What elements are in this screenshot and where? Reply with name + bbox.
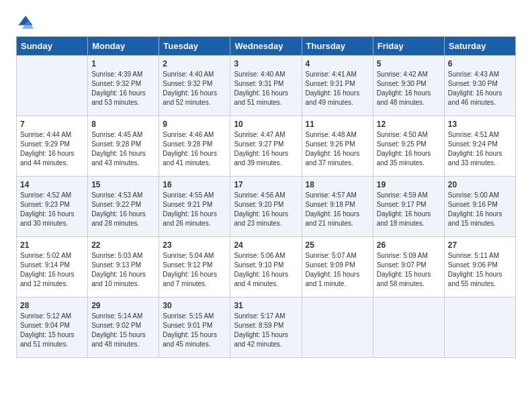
day-info: Sunrise: 4:45 AM Sunset: 9:28 PM Dayligh… [91, 130, 155, 168]
calendar-week-5: 28Sunrise: 5:12 AM Sunset: 9:04 PM Dayli… [17, 298, 516, 358]
calendar-header-row: SundayMondayTuesdayWednesdayThursdayFrid… [17, 37, 516, 56]
calendar-cell [444, 298, 515, 358]
day-info: Sunrise: 4:53 AM Sunset: 9:22 PM Dayligh… [91, 191, 155, 228]
calendar-cell: 25Sunrise: 5:07 AM Sunset: 9:09 PM Dayli… [302, 237, 373, 298]
day-info: Sunrise: 5:14 AM Sunset: 9:02 PM Dayligh… [91, 312, 155, 349]
day-number: 8 [91, 120, 155, 129]
day-header-monday: Monday [88, 37, 159, 56]
day-info: Sunrise: 4:47 AM Sunset: 9:27 PM Dayligh… [234, 130, 298, 168]
calendar-cell: 30Sunrise: 5:15 AM Sunset: 9:01 PM Dayli… [159, 298, 230, 358]
calendar-cell: 15Sunrise: 4:53 AM Sunset: 9:22 PM Dayli… [88, 177, 159, 237]
day-info: Sunrise: 4:52 AM Sunset: 9:23 PM Dayligh… [20, 191, 84, 228]
day-info: Sunrise: 4:40 AM Sunset: 9:31 PM Dayligh… [234, 70, 298, 107]
day-number: 3 [234, 59, 298, 68]
day-info: Sunrise: 4:40 AM Sunset: 9:32 PM Dayligh… [163, 70, 226, 107]
day-info: Sunrise: 5:04 AM Sunset: 9:12 PM Dayligh… [163, 251, 226, 289]
calendar-cell: 26Sunrise: 5:09 AM Sunset: 9:07 PM Dayli… [373, 237, 444, 298]
calendar-cell [373, 298, 444, 358]
day-number: 23 [163, 240, 226, 250]
calendar-cell: 23Sunrise: 5:04 AM Sunset: 9:12 PM Dayli… [159, 237, 230, 298]
day-info: Sunrise: 5:06 AM Sunset: 9:10 PM Dayligh… [234, 251, 298, 289]
calendar-cell: 27Sunrise: 5:11 AM Sunset: 9:06 PM Dayli… [444, 237, 515, 298]
day-number: 4 [306, 59, 369, 68]
calendar-cell: 3Sunrise: 4:40 AM Sunset: 9:31 PM Daylig… [230, 56, 302, 116]
calendar-week-2: 7Sunrise: 4:44 AM Sunset: 9:29 PM Daylig… [17, 116, 516, 177]
day-number: 14 [20, 180, 84, 189]
calendar-cell: 19Sunrise: 4:59 AM Sunset: 9:17 PM Dayli… [373, 177, 444, 237]
day-number: 20 [448, 180, 512, 189]
day-info: Sunrise: 5:02 AM Sunset: 9:14 PM Dayligh… [20, 251, 84, 289]
calendar-cell: 14Sunrise: 4:52 AM Sunset: 9:23 PM Dayli… [17, 177, 88, 237]
calendar-cell: 4Sunrise: 4:41 AM Sunset: 9:31 PM Daylig… [302, 56, 373, 116]
day-number: 28 [20, 301, 84, 310]
calendar-cell: 5Sunrise: 4:42 AM Sunset: 9:30 PM Daylig… [373, 56, 444, 116]
calendar-cell: 21Sunrise: 5:02 AM Sunset: 9:14 PM Dayli… [17, 237, 88, 298]
day-number: 21 [20, 240, 84, 250]
day-info: Sunrise: 5:09 AM Sunset: 9:07 PM Dayligh… [377, 251, 441, 289]
calendar-cell: 11Sunrise: 4:48 AM Sunset: 9:26 PM Dayli… [302, 116, 373, 177]
day-header-tuesday: Tuesday [159, 37, 230, 56]
calendar-body: 1Sunrise: 4:39 AM Sunset: 9:32 PM Daylig… [17, 56, 516, 358]
day-info: Sunrise: 4:48 AM Sunset: 9:26 PM Dayligh… [306, 130, 369, 168]
day-number: 15 [91, 180, 155, 189]
day-number: 6 [448, 59, 512, 68]
calendar-cell: 17Sunrise: 4:56 AM Sunset: 9:20 PM Dayli… [230, 177, 302, 237]
day-info: Sunrise: 4:44 AM Sunset: 9:29 PM Dayligh… [20, 130, 84, 168]
day-number: 31 [234, 301, 298, 310]
calendar-week-1: 1Sunrise: 4:39 AM Sunset: 9:32 PM Daylig… [17, 56, 516, 116]
day-header-sunday: Sunday [17, 37, 88, 56]
day-number: 13 [448, 120, 512, 129]
day-number: 2 [163, 59, 226, 68]
day-info: Sunrise: 4:43 AM Sunset: 9:30 PM Dayligh… [448, 70, 512, 107]
day-number: 30 [163, 301, 226, 310]
header [16, 13, 516, 32]
logo-icon [16, 13, 35, 32]
day-info: Sunrise: 4:46 AM Sunset: 9:28 PM Dayligh… [163, 130, 226, 168]
calendar-cell: 31Sunrise: 5:17 AM Sunset: 8:59 PM Dayli… [230, 298, 302, 358]
calendar-cell: 20Sunrise: 5:00 AM Sunset: 9:16 PM Dayli… [444, 177, 515, 237]
calendar-cell: 9Sunrise: 4:46 AM Sunset: 9:28 PM Daylig… [159, 116, 230, 177]
calendar-week-3: 14Sunrise: 4:52 AM Sunset: 9:23 PM Dayli… [17, 177, 516, 237]
calendar-cell: 7Sunrise: 4:44 AM Sunset: 9:29 PM Daylig… [17, 116, 88, 177]
day-number: 16 [163, 180, 226, 189]
calendar-cell: 22Sunrise: 5:03 AM Sunset: 9:13 PM Dayli… [88, 237, 159, 298]
calendar-week-4: 21Sunrise: 5:02 AM Sunset: 9:14 PM Dayli… [17, 237, 516, 298]
day-info: Sunrise: 4:57 AM Sunset: 9:18 PM Dayligh… [306, 191, 369, 228]
day-info: Sunrise: 4:42 AM Sunset: 9:30 PM Dayligh… [377, 70, 441, 107]
day-number: 9 [163, 120, 226, 129]
calendar-cell: 29Sunrise: 5:14 AM Sunset: 9:02 PM Dayli… [88, 298, 159, 358]
calendar-cell: 16Sunrise: 4:55 AM Sunset: 9:21 PM Dayli… [159, 177, 230, 237]
day-info: Sunrise: 5:12 AM Sunset: 9:04 PM Dayligh… [20, 312, 84, 349]
calendar-cell: 10Sunrise: 4:47 AM Sunset: 9:27 PM Dayli… [230, 116, 302, 177]
calendar-cell: 18Sunrise: 4:57 AM Sunset: 9:18 PM Dayli… [302, 177, 373, 237]
calendar-cell: 2Sunrise: 4:40 AM Sunset: 9:32 PM Daylig… [159, 56, 230, 116]
day-number: 25 [306, 240, 369, 250]
day-info: Sunrise: 5:03 AM Sunset: 9:13 PM Dayligh… [91, 251, 155, 289]
day-number: 5 [377, 59, 441, 68]
day-number: 12 [377, 120, 441, 129]
day-header-saturday: Saturday [444, 37, 515, 56]
day-number: 27 [448, 240, 512, 250]
day-info: Sunrise: 4:59 AM Sunset: 9:17 PM Dayligh… [377, 191, 441, 228]
day-number: 18 [306, 180, 369, 189]
day-header-friday: Friday [373, 37, 444, 56]
day-number: 10 [234, 120, 298, 129]
day-number: 7 [20, 120, 84, 129]
day-info: Sunrise: 5:00 AM Sunset: 9:16 PM Dayligh… [448, 191, 512, 228]
day-info: Sunrise: 5:15 AM Sunset: 9:01 PM Dayligh… [163, 312, 226, 349]
logo [16, 13, 38, 32]
day-number: 24 [234, 240, 298, 250]
calendar-cell: 12Sunrise: 4:50 AM Sunset: 9:25 PM Dayli… [373, 116, 444, 177]
day-number: 17 [234, 180, 298, 189]
calendar-cell: 1Sunrise: 4:39 AM Sunset: 9:32 PM Daylig… [88, 56, 159, 116]
day-number: 1 [91, 59, 155, 68]
day-number: 26 [377, 240, 441, 250]
calendar-cell [302, 298, 373, 358]
day-info: Sunrise: 5:11 AM Sunset: 9:06 PM Dayligh… [448, 251, 512, 289]
calendar-cell: 8Sunrise: 4:45 AM Sunset: 9:28 PM Daylig… [88, 116, 159, 177]
day-info: Sunrise: 4:39 AM Sunset: 9:32 PM Dayligh… [91, 70, 155, 107]
day-info: Sunrise: 4:51 AM Sunset: 9:24 PM Dayligh… [448, 130, 512, 168]
calendar-cell: 28Sunrise: 5:12 AM Sunset: 9:04 PM Dayli… [17, 298, 88, 358]
day-header-wednesday: Wednesday [230, 37, 302, 56]
day-info: Sunrise: 5:07 AM Sunset: 9:09 PM Dayligh… [306, 251, 369, 289]
